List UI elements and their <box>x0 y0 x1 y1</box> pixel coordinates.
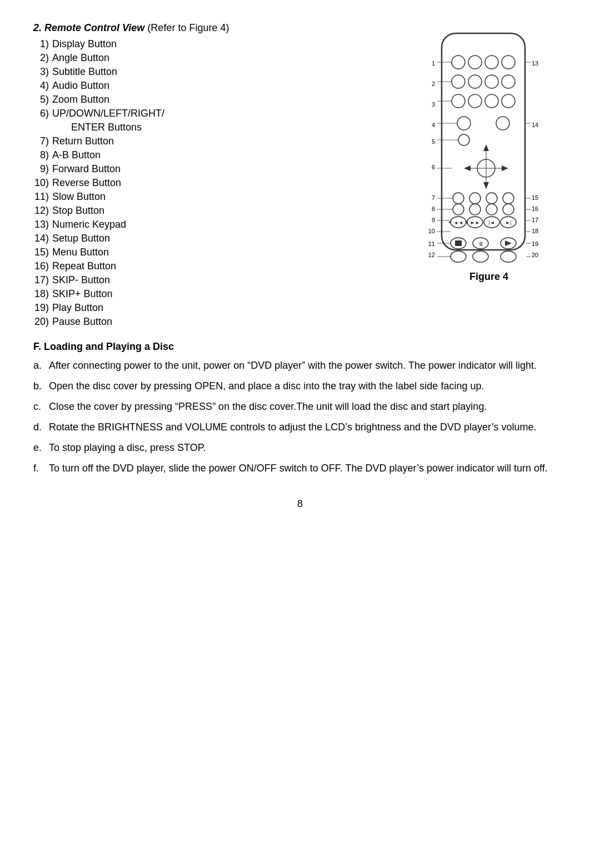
svg-text:3: 3 <box>432 101 435 108</box>
svg-point-27 <box>485 75 498 88</box>
list-item: 13)Numeric Keypad <box>33 219 394 230</box>
list-item: 11)Slow Button <box>33 191 394 203</box>
svg-point-25 <box>452 75 465 88</box>
svg-point-34 <box>496 117 509 130</box>
list-item: c. Close the cover by pressing “PRESS” o… <box>33 399 567 414</box>
section-f-title: F. Loading and Playing a Disc <box>33 341 567 353</box>
svg-point-35 <box>458 134 469 145</box>
list-item: 17)SKIP- Button <box>33 274 394 286</box>
svg-text:►►: ►► <box>470 220 480 225</box>
list-item: 12)Stop Button <box>33 205 394 217</box>
section2-title-text: 2. Remote Control View <box>33 22 144 33</box>
list-item: 2)Angle Button <box>33 52 394 64</box>
svg-point-45 <box>486 193 497 204</box>
svg-text:13: 13 <box>532 60 538 67</box>
svg-point-49 <box>486 204 497 215</box>
svg-text:9: 9 <box>432 217 435 223</box>
svg-point-44 <box>469 193 481 204</box>
svg-text:17: 17 <box>532 217 538 223</box>
svg-text:5: 5 <box>432 138 435 145</box>
list-item: 10)Reverse Button <box>33 177 394 189</box>
svg-point-46 <box>503 193 514 204</box>
svg-point-69 <box>451 251 466 262</box>
svg-point-71 <box>501 251 516 262</box>
svg-text:2: 2 <box>432 81 435 87</box>
svg-text:1: 1 <box>432 60 435 67</box>
svg-point-43 <box>453 193 464 204</box>
section2-title: 2. Remote Control View (Refer to Figure … <box>33 22 394 34</box>
page-number: 8 <box>33 498 567 510</box>
list-item: 19)Play Button <box>33 302 394 314</box>
list-item: a. After connecting power to the unit, p… <box>33 358 567 373</box>
list-item: 8)A-B Button <box>33 149 394 161</box>
section2-container: 2. Remote Control View (Refer to Figure … <box>33 22 567 330</box>
list-item: 9)Forward Button <box>33 163 394 175</box>
svg-point-29 <box>452 94 465 108</box>
svg-text:6: 6 <box>432 164 435 170</box>
section-f-list: a. After connecting power to the unit, p… <box>33 358 567 476</box>
svg-text:12: 12 <box>428 252 435 258</box>
list-item: 6)UP/DOWN/LEFT/RIGHT/ <box>33 108 394 119</box>
svg-point-70 <box>473 251 488 262</box>
svg-text:19: 19 <box>532 240 538 247</box>
svg-text:7: 7 <box>432 194 435 201</box>
svg-text:18: 18 <box>532 228 538 234</box>
list-item: e. To stop playing a disc, press STOP. <box>33 440 567 455</box>
list-item: b. Open the disc cover by pressing OPEN,… <box>33 379 567 394</box>
list-item: d. Rotate the BRIGHTNESS and VOLUME cont… <box>33 420 567 435</box>
svg-text:◄◄: ◄◄ <box>453 220 463 225</box>
list-item: 7)Return Button <box>33 136 394 147</box>
list-item: 20)Pause Button <box>33 316 394 328</box>
svg-text:8: 8 <box>432 205 435 212</box>
svg-point-28 <box>502 75 515 88</box>
section-f: F. Loading and Playing a Disc a. After c… <box>33 341 567 481</box>
svg-point-31 <box>485 94 498 108</box>
section2-title-suffix: (Refer to Figure 4) <box>144 22 229 33</box>
page-content: 2. Remote Control View (Refer to Figure … <box>33 22 567 510</box>
svg-point-22 <box>468 56 482 69</box>
remote-figure-col: 1 2 3 4 5 6 7 8 9 10 11 12 13 14 15 16 <box>411 22 567 330</box>
svg-text:10: 10 <box>428 228 435 234</box>
svg-point-50 <box>503 204 514 215</box>
svg-text:|◄: |◄ <box>488 220 494 225</box>
figure-label: Figure 4 <box>425 271 553 283</box>
svg-point-32 <box>502 94 515 108</box>
svg-text:14: 14 <box>532 122 538 128</box>
svg-text:16: 16 <box>532 205 538 212</box>
svg-text:⏸: ⏸ <box>478 240 484 247</box>
svg-point-33 <box>457 117 471 130</box>
list-item: ENTER Buttons <box>33 122 394 133</box>
section2-list-col: 2. Remote Control View (Refer to Figure … <box>33 22 400 330</box>
svg-text:15: 15 <box>532 194 538 201</box>
list-item: 14)Setup Button <box>33 233 394 244</box>
svg-text:4: 4 <box>432 122 435 128</box>
remote-figure: 1 2 3 4 5 6 7 8 9 10 11 12 13 14 15 16 <box>425 28 553 283</box>
svg-point-21 <box>452 56 465 69</box>
remote-control-svg: 1 2 3 4 5 6 7 8 9 10 11 12 13 14 15 16 <box>425 28 553 267</box>
list-item: 16)Repeat Button <box>33 260 394 272</box>
svg-point-23 <box>485 56 498 69</box>
list-item: 5)Zoom Button <box>33 94 394 106</box>
svg-text:20: 20 <box>532 252 538 258</box>
svg-point-26 <box>468 75 482 88</box>
list-item: 15)Menu Button <box>33 247 394 258</box>
svg-point-30 <box>468 94 482 108</box>
svg-text:11: 11 <box>428 240 435 247</box>
list-item: 4)Audio Button <box>33 80 394 92</box>
list-item: 1)Display Button <box>33 38 394 50</box>
svg-point-24 <box>502 56 515 69</box>
section2-list: 1)Display Button 2)Angle Button 3)Subtit… <box>33 38 394 328</box>
list-item: 18)SKIP+ Button <box>33 288 394 300</box>
svg-point-48 <box>469 204 481 215</box>
list-item: f. To turn off the DVD player, slide the… <box>33 461 567 476</box>
svg-rect-64 <box>455 240 462 246</box>
svg-text:►|: ►| <box>505 220 511 225</box>
svg-point-47 <box>453 204 464 215</box>
list-item: 3)Subtitle Button <box>33 66 394 78</box>
